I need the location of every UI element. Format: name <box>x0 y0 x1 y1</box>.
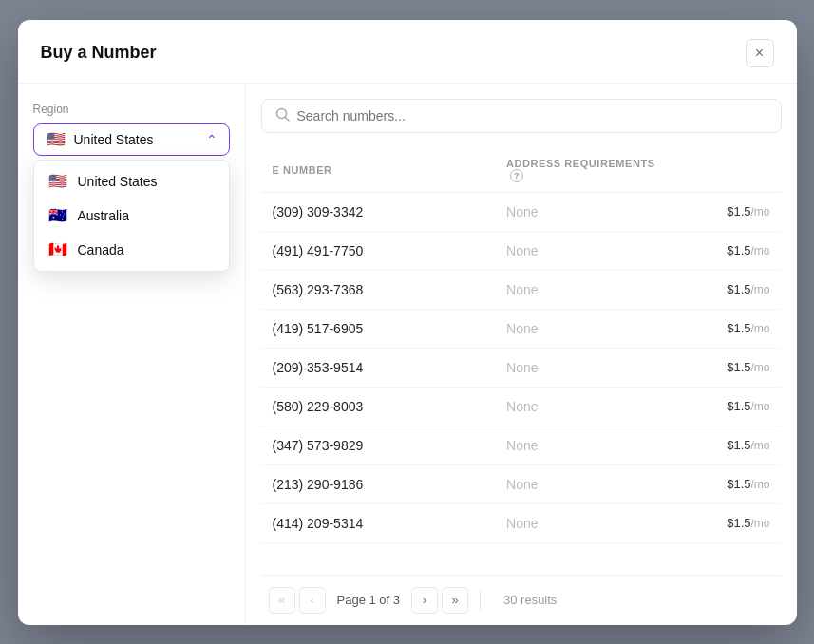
numbers-table: E NUMBER ADDRESS REQUIREMENTS ? (309 <box>261 148 782 543</box>
numbers-table-container: E NUMBER ADDRESS REQUIREMENTS ? (309 <box>261 148 782 575</box>
cell-price: $1.5/mo <box>677 503 782 542</box>
cell-address: None <box>495 503 677 542</box>
selected-region-label: United States <box>74 132 154 147</box>
selected-flag: 🇺🇸 <box>46 132 66 147</box>
search-bar <box>261 99 782 133</box>
table-row[interactable]: (563) 293-7368 None $1.5/mo <box>261 270 782 309</box>
cell-price: $1.5/mo <box>677 464 782 503</box>
cell-address: None <box>495 426 677 464</box>
cell-price: $1.5/mo <box>677 348 782 387</box>
region-dropdown: 🇺🇸 United States 🇦🇺 Australia 🇨🇦 Canada <box>33 160 230 272</box>
cell-price: $1.5/mo <box>677 192 782 231</box>
cell-price: $1.5/mo <box>677 231 782 270</box>
modal-title: Buy a Number <box>41 43 157 63</box>
col-address: ADDRESS REQUIREMENTS ? <box>495 148 677 193</box>
cell-price: $1.5/mo <box>677 309 782 348</box>
table-row[interactable]: (309) 309-3342 None $1.5/mo <box>261 192 782 231</box>
results-count: 30 results <box>503 593 557 607</box>
dropdown-item-ca[interactable]: 🇨🇦 Canada <box>34 233 229 267</box>
cell-address: None <box>495 270 677 309</box>
cell-number: (309) 309-3342 <box>261 192 496 231</box>
main-content: E NUMBER ADDRESS REQUIREMENTS ? (309 <box>246 84 797 625</box>
svg-line-1 <box>285 117 289 121</box>
cell-number: (419) 517-6905 <box>261 309 496 348</box>
col-price <box>677 148 782 193</box>
cell-address: None <box>495 464 677 503</box>
prev-page-button[interactable]: ‹ <box>299 587 326 614</box>
region-label: Region <box>33 103 230 116</box>
first-page-button[interactable]: « <box>269 587 295 614</box>
last-page-button[interactable]: » <box>442 587 468 614</box>
address-help-icon[interactable]: ? <box>510 169 523 182</box>
cell-number: (414) 209-5314 <box>261 503 496 542</box>
table-row[interactable]: (491) 491-7750 None $1.5/mo <box>261 231 782 270</box>
au-label: Australia <box>78 208 129 223</box>
table-row[interactable]: (419) 517-6905 None $1.5/mo <box>261 309 782 348</box>
cell-price: $1.5/mo <box>677 270 782 309</box>
pagination-divider <box>480 591 481 610</box>
search-input[interactable] <box>297 108 767 123</box>
ca-label: Canada <box>78 242 124 257</box>
table-row[interactable]: (347) 573-9829 None $1.5/mo <box>261 426 782 464</box>
cell-address: None <box>495 231 677 270</box>
buy-number-modal: Buy a Number × Region 🇺🇸 United States ⌃… <box>18 20 797 625</box>
cell-address: None <box>495 387 677 426</box>
cell-price: $1.5/mo <box>677 387 782 426</box>
pagination: « ‹ Page 1 of 3 › » 30 results <box>261 575 782 625</box>
search-icon <box>275 107 290 124</box>
au-flag: 🇦🇺 <box>47 208 68 223</box>
table-row[interactable]: (209) 353-9514 None $1.5/mo <box>261 348 782 387</box>
modal-body: Region 🇺🇸 United States ⌃ 🇺🇸 United Stat… <box>18 84 797 625</box>
dropdown-item-au[interactable]: 🇦🇺 Australia <box>34 199 229 233</box>
cell-number: (213) 290-9186 <box>261 464 496 503</box>
cell-number: (491) 491-7750 <box>261 231 496 270</box>
chevron-up-icon: ⌃ <box>206 132 218 147</box>
next-page-button[interactable]: › <box>411 587 438 614</box>
close-button[interactable]: × <box>746 39 774 67</box>
cell-address: None <box>495 192 677 231</box>
cell-number: (580) 229-8003 <box>261 387 496 426</box>
cell-number: (209) 353-9514 <box>261 348 496 387</box>
cell-number: (563) 293-7368 <box>261 270 496 309</box>
region-select[interactable]: 🇺🇸 United States ⌃ <box>33 123 230 156</box>
cell-address: None <box>495 348 677 387</box>
page-info: Page 1 of 3 <box>337 593 401 607</box>
col-number: E NUMBER <box>261 148 496 193</box>
region-select-left: 🇺🇸 United States <box>46 132 154 147</box>
cell-number: (347) 573-9829 <box>261 426 496 464</box>
table-row[interactable]: (213) 290-9186 None $1.5/mo <box>261 464 782 503</box>
cell-price: $1.5/mo <box>677 426 782 464</box>
dropdown-item-us[interactable]: 🇺🇸 United States <box>34 164 229 199</box>
table-row[interactable]: (414) 209-5314 None $1.5/mo <box>261 503 782 542</box>
modal-overlay: Buy a Number × Region 🇺🇸 United States ⌃… <box>0 0 814 644</box>
us-label: United States <box>78 174 158 189</box>
table-row[interactable]: (580) 229-8003 None $1.5/mo <box>261 387 782 426</box>
modal-header: Buy a Number × <box>18 20 797 84</box>
ca-flag: 🇨🇦 <box>47 242 68 257</box>
us-flag: 🇺🇸 <box>47 174 68 189</box>
sidebar: Region 🇺🇸 United States ⌃ 🇺🇸 United Stat… <box>18 84 246 625</box>
cell-address: None <box>495 309 677 348</box>
